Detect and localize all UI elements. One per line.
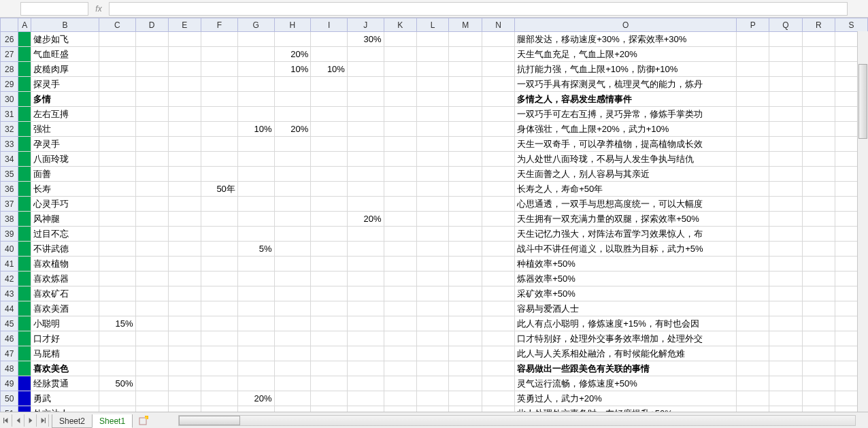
cell-J41[interactable]	[347, 257, 384, 271]
cell-J51[interactable]	[347, 406, 384, 412]
row-header[interactable]: 42	[1, 271, 18, 286]
horizontal-scroll-thumb[interactable]	[179, 416, 240, 425]
row-header[interactable]: 49	[1, 376, 18, 391]
cell-R44[interactable]	[802, 301, 835, 316]
cell-N34[interactable]	[482, 152, 514, 167]
cell-A44[interactable]	[18, 301, 31, 316]
row-header[interactable]: 35	[1, 167, 18, 182]
row-header[interactable]: 43	[1, 286, 18, 301]
cell-B43[interactable]: 喜欢矿石	[31, 286, 99, 301]
cell-O35[interactable]: 天生面善之人，别人容易与其亲近	[515, 167, 737, 182]
cell-N44[interactable]	[482, 301, 514, 316]
cell-I46[interactable]	[311, 331, 348, 346]
cell-M43[interactable]	[449, 286, 482, 301]
cell-O27[interactable]: 天生气血充足，气血上限+20%	[515, 47, 737, 62]
cell-H33[interactable]	[274, 137, 311, 152]
cell-Q34[interactable]	[769, 152, 802, 167]
row-header[interactable]: 29	[1, 77, 18, 92]
cell-M36[interactable]	[449, 182, 482, 197]
cell-D26[interactable]	[135, 32, 168, 47]
column-header-K[interactable]: K	[384, 18, 416, 32]
row-header[interactable]: 33	[1, 137, 18, 152]
column-header-I[interactable]: I	[311, 18, 348, 32]
cell-R33[interactable]	[802, 137, 835, 152]
cell-I38[interactable]	[311, 212, 348, 227]
cell-B45[interactable]: 小聪明	[31, 316, 99, 331]
cell-I31[interactable]	[311, 107, 348, 122]
cell-P44[interactable]	[737, 301, 769, 316]
cell-A39[interactable]	[18, 227, 31, 242]
cell-D28[interactable]	[135, 62, 168, 77]
cell-N45[interactable]	[482, 316, 514, 331]
cell-R30[interactable]	[802, 92, 835, 107]
cell-G44[interactable]	[237, 301, 274, 316]
cell-P32[interactable]	[737, 122, 769, 137]
sheet-nav-next-icon[interactable]	[24, 414, 37, 427]
cell-A40[interactable]	[18, 242, 31, 257]
cell-L45[interactable]	[416, 316, 449, 331]
cell-O28[interactable]: 抗打能力强，气血上限+10%，防御+10%	[515, 62, 737, 77]
cell-I33[interactable]	[311, 137, 348, 152]
cell-K48[interactable]	[384, 361, 416, 376]
cell-M38[interactable]	[449, 212, 482, 227]
cell-O41[interactable]: 种植效率+50%	[515, 257, 737, 271]
column-header-G[interactable]: G	[237, 18, 274, 32]
cell-A51[interactable]	[18, 406, 31, 412]
cell-M35[interactable]	[449, 167, 482, 182]
cell-O47[interactable]: 此人与人关系相处融洽，有时候能化解危难	[515, 346, 737, 361]
cell-E39[interactable]	[168, 227, 201, 242]
row-header[interactable]: 27	[1, 47, 18, 62]
cell-L34[interactable]	[416, 152, 449, 167]
cell-R50[interactable]	[802, 391, 835, 406]
cell-K30[interactable]	[384, 92, 416, 107]
cell-B41[interactable]: 喜欢植物	[31, 257, 99, 271]
cell-O26[interactable]: 腿部发达，移动速度+30%，探索效率+30%	[515, 32, 737, 47]
cell-E40[interactable]	[168, 242, 201, 257]
cell-Q30[interactable]	[769, 92, 802, 107]
cell-J31[interactable]	[347, 107, 384, 122]
cell-G37[interactable]	[237, 197, 274, 212]
cell-G27[interactable]	[237, 47, 274, 62]
cell-D40[interactable]	[135, 242, 168, 257]
cell-K43[interactable]	[384, 286, 416, 301]
cell-J40[interactable]	[347, 242, 384, 257]
cell-E26[interactable]	[168, 32, 201, 47]
worksheet-grid[interactable]: ABCDEFGHIJKLMNOPQRS26健步如飞30%腿部发达，移动速度+30…	[0, 18, 868, 412]
cell-B30[interactable]: 多情	[31, 92, 99, 107]
cell-R37[interactable]	[802, 197, 835, 212]
cell-K35[interactable]	[384, 167, 416, 182]
cell-C51[interactable]	[99, 406, 135, 412]
cell-N47[interactable]	[482, 346, 514, 361]
cell-C40[interactable]	[99, 242, 135, 257]
cell-L33[interactable]	[416, 137, 449, 152]
cell-N39[interactable]	[482, 227, 514, 242]
cell-F39[interactable]	[201, 227, 237, 242]
row-header[interactable]: 39	[1, 227, 18, 242]
cell-D50[interactable]	[135, 391, 168, 406]
column-header-N[interactable]: N	[482, 18, 514, 32]
cell-J45[interactable]	[347, 316, 384, 331]
cell-L50[interactable]	[416, 391, 449, 406]
column-header-A[interactable]: A	[18, 18, 31, 32]
cell-I43[interactable]	[311, 286, 348, 301]
cell-A38[interactable]	[18, 212, 31, 227]
cell-K40[interactable]	[384, 242, 416, 257]
cell-G38[interactable]	[237, 212, 274, 227]
cell-G28[interactable]	[237, 62, 274, 77]
cell-K26[interactable]	[384, 32, 416, 47]
column-header-F[interactable]: F	[201, 18, 237, 32]
cell-J26[interactable]: 30%	[347, 32, 384, 47]
cell-L51[interactable]	[416, 406, 449, 412]
cell-G47[interactable]	[237, 346, 274, 361]
sheet-tab-sheet2[interactable]: Sheet2	[52, 414, 93, 428]
cell-P35[interactable]	[737, 167, 769, 182]
cell-H36[interactable]	[274, 182, 311, 197]
cell-D51[interactable]	[135, 406, 168, 412]
cell-D31[interactable]	[135, 107, 168, 122]
cell-O33[interactable]: 天生一双奇手，可以孕养植物，提高植物成长效	[515, 137, 737, 152]
cell-K37[interactable]	[384, 197, 416, 212]
cell-F27[interactable]	[201, 47, 237, 62]
cell-B49[interactable]: 经脉贯通	[31, 376, 99, 391]
cell-K28[interactable]	[384, 62, 416, 77]
cell-E28[interactable]	[168, 62, 201, 77]
